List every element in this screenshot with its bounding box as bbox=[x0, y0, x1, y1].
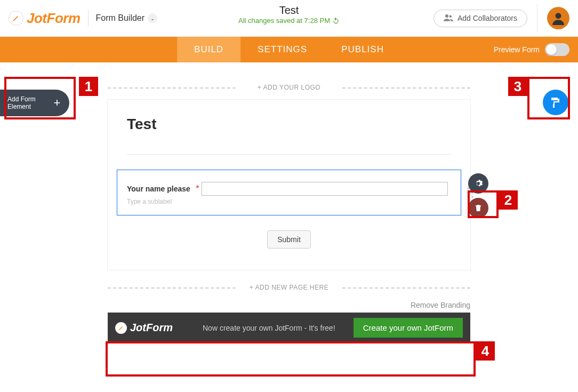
add-page-hint[interactable]: + ADD NEW PAGE HERE bbox=[108, 284, 470, 291]
annotation-number-4: 4 bbox=[476, 341, 495, 361]
required-star: * bbox=[196, 184, 199, 193]
annotation-number-2: 2 bbox=[499, 190, 518, 210]
brand-text: JotForm bbox=[27, 10, 81, 27]
nav-tabs: BUILD SETTINGS PUBLISH bbox=[177, 37, 401, 62]
annotation-box-4 bbox=[106, 341, 476, 377]
svg-point-2 bbox=[556, 13, 561, 19]
promo-logo: JotForm bbox=[115, 322, 173, 334]
promo-brand: JotForm bbox=[130, 322, 173, 334]
promo-banner: JotForm Now create your own JotForm - It… bbox=[108, 313, 470, 343]
form-field-selected[interactable]: Your name please * Type a sublabel bbox=[117, 170, 461, 215]
divider bbox=[537, 4, 537, 32]
app-mode-label: Form Builder bbox=[96, 13, 145, 23]
divider bbox=[88, 10, 89, 27]
submit-button[interactable]: Submit bbox=[267, 230, 311, 249]
save-status-text: All changes saved at 7:28 PM bbox=[238, 17, 330, 25]
toggle-knob bbox=[546, 44, 557, 55]
chevron-down-icon[interactable]: ⌄ bbox=[148, 13, 157, 23]
annotation-box-1 bbox=[4, 77, 76, 119]
pen-icon bbox=[9, 11, 23, 26]
annotation-box-3 bbox=[527, 77, 570, 119]
promo-text: Now create your own JotForm - It's free! bbox=[203, 324, 335, 332]
svg-point-1 bbox=[449, 15, 452, 18]
pen-icon bbox=[115, 322, 127, 334]
save-status: All changes saved at 7:28 PM bbox=[238, 17, 340, 25]
tab-settings[interactable]: SETTINGS bbox=[240, 37, 324, 62]
header-center: Test All changes saved at 7:28 PM bbox=[238, 4, 340, 25]
form-heading[interactable]: Test bbox=[127, 116, 451, 133]
add-collaborators-button[interactable]: Add Collaborators bbox=[434, 10, 527, 27]
field-label[interactable]: Your name please bbox=[127, 185, 190, 193]
top-header: JotForm Form Builder ⌄ Test All changes … bbox=[0, 0, 578, 37]
nav-right: Preview Form bbox=[494, 43, 569, 56]
preview-toggle[interactable] bbox=[545, 43, 569, 56]
svg-point-0 bbox=[445, 14, 448, 18]
annotation-number-3: 3 bbox=[508, 77, 527, 96]
undo-icon[interactable] bbox=[332, 17, 340, 25]
add-logo-hint[interactable]: + ADD YOUR LOGO bbox=[108, 84, 470, 91]
annotation-box-2 bbox=[468, 190, 499, 218]
user-avatar[interactable] bbox=[547, 7, 569, 29]
people-icon bbox=[444, 14, 453, 23]
collab-label: Add Collaborators bbox=[457, 14, 517, 22]
promo-cta-button[interactable]: Create your own JotForm bbox=[354, 318, 463, 338]
sublabel-placeholder[interactable]: Type a sublabel bbox=[127, 198, 451, 205]
remove-branding-link[interactable]: Remove Branding bbox=[108, 301, 470, 309]
brand-logo[interactable]: JotForm bbox=[9, 10, 81, 27]
main-nav: BUILD SETTINGS PUBLISH Preview Form bbox=[0, 37, 578, 62]
annotation-number-1: 1 bbox=[79, 77, 98, 96]
form-name[interactable]: Test bbox=[238, 4, 340, 17]
preview-label: Preview Form bbox=[494, 45, 540, 54]
form-card: Test Your name please * Type a sublabel … bbox=[108, 100, 470, 270]
gear-icon bbox=[473, 179, 483, 188]
tab-build[interactable]: BUILD bbox=[177, 37, 240, 62]
header-right: Add Collaborators bbox=[434, 4, 569, 32]
text-input[interactable] bbox=[202, 182, 448, 196]
divider bbox=[127, 154, 451, 155]
tab-publish[interactable]: PUBLISH bbox=[324, 37, 401, 62]
